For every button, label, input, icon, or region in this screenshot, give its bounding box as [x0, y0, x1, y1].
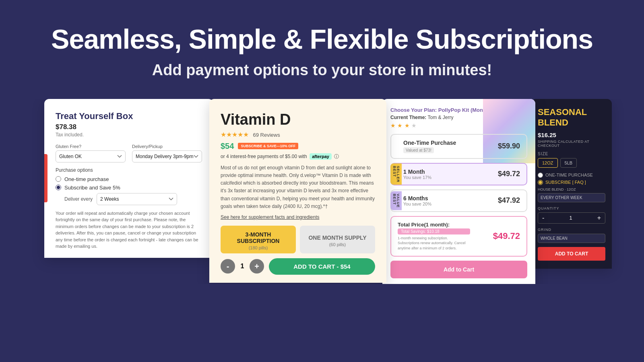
subscribe-dark-label: SUBSCRIBE [ FAQ ] — [545, 180, 586, 185]
qty-plus-btn[interactable]: + — [250, 259, 264, 274]
seasonal-price: $16.25 — [538, 132, 605, 138]
plan-6month[interactable]: BEST VALUE 6 Months You save 20% $47.92 — [390, 189, 527, 212]
subscribe-radio[interactable] — [56, 185, 61, 190]
seasonal-add-cart-btn[interactable]: ADD TO CART — [538, 247, 605, 261]
grind-label: GRIND — [538, 228, 605, 232]
hero-subheadline: Add payment options to your store in min… — [16, 62, 628, 79]
subscribe-badge: SUBSCRIBE & SAVE—10% OFF — [238, 143, 298, 149]
one-month-sub: (60 pills) — [303, 242, 372, 247]
plan-1month-price: $49.72 — [498, 170, 520, 178]
card-seasonal-blend: SEASONAL BLEND $16.25 SHIPPING CALCULATE… — [531, 99, 612, 269]
card-treat-yourself: Treat Yourself Box $78.38 Tax included. … — [44, 99, 213, 258]
qty-section-label: QUANTITY — [538, 206, 605, 210]
card1-disclaimer: Your order will repeat and automatically… — [56, 210, 202, 250]
deliver-row: Deliver every 2 Weeks — [64, 193, 202, 205]
qty-dark-value: 1 — [569, 215, 572, 221]
blend-select[interactable]: EVERY OTHER WEEK — [538, 193, 605, 202]
star3: ★ — [405, 122, 410, 129]
plan-1month-save: You save 17% — [403, 175, 431, 180]
add-to-cart-btn[interactable]: ADD TO CART - $54 — [269, 258, 375, 275]
plan-onetime-price: $59.90 — [498, 142, 520, 150]
card-pollypop: Choose Your Plan: PollyPop Kit (Monthly … — [382, 99, 535, 284]
three-month-btn[interactable]: 3-MONTH SUBSCRIPTION (180 pills) — [221, 226, 296, 253]
total-note: 1-month renewing subscription. Subscript… — [398, 236, 470, 251]
theme-value: Tom & Jerry — [427, 115, 453, 120]
card-vitamin-d: Vitamin D ★★★★★ 69 Reviews $54 SUBSCRIBE… — [209, 99, 386, 283]
card1-form-row: Gluten Free? Gluten OK Delivery/Pickup M… — [56, 144, 202, 162]
subscribe-dark-radio[interactable]: SUBSCRIBE [ FAQ ] — [538, 180, 605, 185]
size-label: SIZE — [538, 152, 605, 156]
size-5lb-btn[interactable]: 5LB — [560, 158, 577, 168]
total-label: Total Price(1 month): — [398, 222, 470, 228]
hero-headline: Seamless, Simple & Flexible Subscription… — [16, 24, 628, 54]
star4: ★ — [411, 122, 417, 129]
plan-6month-price: $47.92 — [498, 196, 520, 205]
card1-title: Treat Yourself Box — [56, 111, 202, 121]
onetime-dark-label: ONE-TIME PURCHASE — [545, 173, 593, 177]
onetime-dark-radio[interactable]: ONE-TIME PURCHASE — [538, 173, 605, 178]
red-accent-decoration — [44, 154, 47, 202]
supplement-link[interactable]: See here for supplement facts and ingred… — [221, 214, 375, 220]
best-seller-badge: BEST SELLER — [390, 163, 402, 185]
star2: ★ — [397, 122, 402, 129]
gluten-select[interactable]: Gluten OK — [56, 150, 126, 162]
plan-6month-name: 6 Months — [403, 195, 431, 202]
plan-1month[interactable]: BEST SELLER 1 Month You save 17% $49.72 — [390, 163, 527, 185]
size-12oz-btn[interactable]: 12OZ — [538, 158, 558, 168]
qty-dark-minus[interactable]: - — [542, 214, 544, 222]
onetime-radio-item[interactable]: One-time purchase — [56, 176, 202, 182]
three-month-label: 3-MONTH SUBSCRIPTION — [237, 231, 280, 244]
afterpay-row: or 4 interest-free payments of $5.00 wit… — [221, 153, 375, 160]
purchase-options-label: Purchase options — [56, 167, 202, 173]
three-month-sub: (180 pills) — [224, 245, 293, 250]
option-buttons: 3-MONTH SUBSCRIPTION (180 pills) ONE MON… — [221, 226, 375, 253]
total-price: $49.72 — [493, 231, 520, 241]
grind-select[interactable]: WHOLE BEAN — [538, 234, 605, 243]
vitamin-description: Most of us do not get enough vitamin D f… — [221, 164, 375, 210]
plan-onetime[interactable]: One-Time Purchase Valued at $73! $59.90 — [390, 134, 527, 159]
stars: ★★★★★ — [221, 131, 249, 138]
seasonal-title: SEASONAL BLEND — [538, 107, 605, 128]
hero-section: Seamless, Simple & Flexible Subscription… — [0, 0, 644, 95]
blend-label: HOUSE BLEND · 12OZ — [538, 187, 605, 191]
delivery-group: Delivery/Pickup Monday Delivery 3pm-9pm — [132, 144, 202, 162]
one-month-label: ONE MONTH SUPPLY — [308, 234, 366, 241]
choose-plan-label: Choose Your Plan: — [390, 107, 437, 113]
plan-1month-left: 1 Month You save 17% — [398, 169, 431, 180]
plan-1month-name: 1 Month — [403, 169, 431, 175]
card1-price: $78.38 — [56, 123, 202, 131]
gluten-label: Gluten Free? — [56, 144, 126, 149]
vitamin-title: Vitamin D — [221, 111, 375, 128]
onetime-label: One-time purchase — [64, 176, 109, 182]
qty-dark-plus[interactable]: + — [597, 214, 601, 222]
qty-row-dark: - 1 + — [538, 212, 605, 224]
stars-row: ★★★★★ 69 Reviews — [221, 131, 375, 138]
purchase-radio-dark: ONE-TIME PURCHASE SUBSCRIBE [ FAQ ] — [538, 173, 605, 185]
one-month-btn[interactable]: ONE MONTH SUPPLY (60 pills) — [300, 226, 375, 253]
radio-group: One-time purchase Subscribe and Save 5% — [56, 176, 202, 191]
delivery-label: Delivery/Pickup — [132, 144, 202, 149]
qty-cart-row: - 1 + ADD TO CART - $54 — [221, 258, 375, 275]
total-left: Total Price(1 month): Total Savings: $10… — [398, 222, 470, 251]
afterpay-text: or 4 interest-free payments of $5.00 wit… — [221, 154, 307, 159]
star1: ★ — [390, 122, 396, 129]
best-value-badge: BEST VALUE — [390, 191, 402, 210]
qty-value: 1 — [235, 263, 250, 270]
qty-minus-btn[interactable]: - — [221, 259, 235, 274]
afterpay-info-icon[interactable]: ⓘ — [334, 154, 339, 159]
total-savings: Total Savings: $10.18 — [398, 228, 470, 234]
price-row: $54 SUBSCRIBE & SAVE—10% OFF — [221, 142, 375, 151]
vitamin-price: $54 — [221, 142, 234, 151]
onetime-radio[interactable] — [56, 176, 61, 182]
subscribe-radio-item[interactable]: Subscribe and Save 5% — [56, 185, 202, 191]
plan-6month-save: You save 20% — [403, 202, 431, 206]
cards-row: Treat Yourself Box $78.38 Tax included. … — [0, 99, 644, 284]
deliver-every-label: Deliver every — [64, 196, 93, 202]
gluten-group: Gluten Free? Gluten OK — [56, 144, 126, 162]
delivery-select[interactable]: Monday Delivery 3pm-9pm — [132, 150, 202, 162]
qty-ctrl: - 1 + — [221, 259, 264, 274]
deliver-every-select[interactable]: 2 Weeks — [97, 193, 177, 205]
reviews: 69 Reviews — [253, 132, 280, 138]
pollypop-add-cart-btn[interactable]: Add to Cart — [390, 261, 527, 278]
plan-onetime-note: Valued at $73! — [403, 147, 434, 153]
